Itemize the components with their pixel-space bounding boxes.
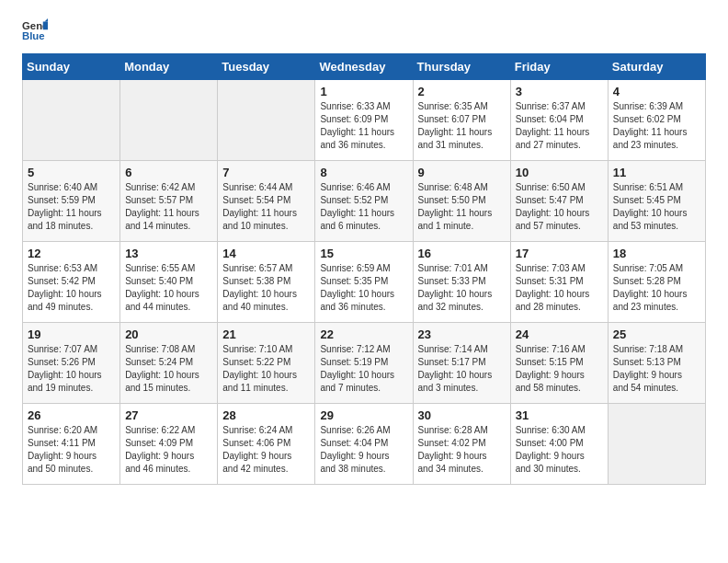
- calendar-cell: 3Sunrise: 6:37 AM Sunset: 6:04 PM Daylig…: [510, 80, 608, 161]
- day-number: 31: [516, 408, 603, 422]
- calendar-cell: 11Sunrise: 6:51 AM Sunset: 5:45 PM Dayli…: [608, 161, 705, 242]
- week-row-2: 5Sunrise: 6:40 AM Sunset: 5:59 PM Daylig…: [23, 161, 706, 242]
- calendar-cell: 12Sunrise: 6:53 AM Sunset: 5:42 PM Dayli…: [23, 242, 120, 323]
- calendar-cell: 21Sunrise: 7:10 AM Sunset: 5:22 PM Dayli…: [218, 323, 315, 404]
- week-row-5: 26Sunrise: 6:20 AM Sunset: 4:11 PM Dayli…: [23, 404, 706, 485]
- cell-content: Sunrise: 7:10 AM Sunset: 5:22 PM Dayligh…: [222, 343, 310, 395]
- cell-content: Sunrise: 7:07 AM Sunset: 5:26 PM Dayligh…: [28, 343, 115, 395]
- day-number: 12: [28, 247, 115, 260]
- calendar-cell: 4Sunrise: 6:39 AM Sunset: 6:02 PM Daylig…: [608, 80, 705, 161]
- calendar-cell: 29Sunrise: 6:26 AM Sunset: 4:04 PM Dayli…: [315, 404, 413, 485]
- cell-content: Sunrise: 6:26 AM Sunset: 4:04 PM Dayligh…: [320, 424, 407, 476]
- calendar-cell: 6Sunrise: 6:42 AM Sunset: 5:57 PM Daylig…: [120, 161, 218, 242]
- calendar-cell: 15Sunrise: 6:59 AM Sunset: 5:35 PM Dayli…: [315, 242, 413, 323]
- day-number: 18: [613, 247, 700, 260]
- calendar-cell: [218, 80, 315, 161]
- calendar-cell: 8Sunrise: 6:46 AM Sunset: 5:52 PM Daylig…: [315, 161, 413, 242]
- cell-content: Sunrise: 6:28 AM Sunset: 4:02 PM Dayligh…: [418, 424, 506, 476]
- day-number: 22: [320, 327, 407, 341]
- cell-content: Sunrise: 6:40 AM Sunset: 5:59 PM Dayligh…: [28, 181, 115, 233]
- day-number: 27: [125, 408, 212, 422]
- cell-content: Sunrise: 6:42 AM Sunset: 5:57 PM Dayligh…: [125, 181, 212, 233]
- day-number: 13: [125, 247, 212, 260]
- day-number: 10: [516, 166, 603, 179]
- week-row-4: 19Sunrise: 7:07 AM Sunset: 5:26 PM Dayli…: [23, 323, 706, 404]
- calendar-cell: 26Sunrise: 6:20 AM Sunset: 4:11 PM Dayli…: [23, 404, 120, 485]
- calendar-cell: 23Sunrise: 7:14 AM Sunset: 5:17 PM Dayli…: [413, 323, 510, 404]
- weekday-header-row: SundayMondayTuesdayWednesdayThursdayFrid…: [23, 54, 706, 80]
- cell-content: Sunrise: 7:05 AM Sunset: 5:28 PM Dayligh…: [613, 262, 700, 314]
- day-number: 25: [613, 327, 700, 341]
- day-number: 26: [28, 408, 115, 422]
- cell-content: Sunrise: 7:14 AM Sunset: 5:17 PM Dayligh…: [418, 343, 506, 395]
- logo: General Blue: [22, 18, 53, 44]
- cell-content: Sunrise: 6:39 AM Sunset: 6:02 PM Dayligh…: [613, 100, 700, 152]
- day-number: 23: [418, 327, 506, 341]
- logo-icon: General Blue: [22, 18, 48, 44]
- calendar-cell: 2Sunrise: 6:35 AM Sunset: 6:07 PM Daylig…: [413, 80, 510, 161]
- cell-content: Sunrise: 6:37 AM Sunset: 6:04 PM Dayligh…: [516, 100, 603, 152]
- day-number: 15: [320, 247, 407, 260]
- day-number: 4: [613, 85, 700, 98]
- calendar-cell: 18Sunrise: 7:05 AM Sunset: 5:28 PM Dayli…: [608, 242, 705, 323]
- cell-content: Sunrise: 7:12 AM Sunset: 5:19 PM Dayligh…: [320, 343, 407, 395]
- calendar-cell: 9Sunrise: 6:48 AM Sunset: 5:50 PM Daylig…: [413, 161, 510, 242]
- week-row-1: 1Sunrise: 6:33 AM Sunset: 6:09 PM Daylig…: [23, 80, 706, 161]
- cell-content: Sunrise: 7:03 AM Sunset: 5:31 PM Dayligh…: [516, 262, 603, 314]
- weekday-header-sunday: Sunday: [23, 54, 120, 80]
- cell-content: Sunrise: 6:55 AM Sunset: 5:40 PM Dayligh…: [125, 262, 212, 314]
- weekday-header-monday: Monday: [120, 54, 218, 80]
- weekday-header-friday: Friday: [510, 54, 608, 80]
- cell-content: Sunrise: 6:51 AM Sunset: 5:45 PM Dayligh…: [613, 181, 700, 233]
- day-number: 8: [320, 166, 407, 179]
- day-number: 6: [125, 166, 212, 179]
- week-row-3: 12Sunrise: 6:53 AM Sunset: 5:42 PM Dayli…: [23, 242, 706, 323]
- day-number: 20: [125, 327, 212, 341]
- calendar-cell: [23, 80, 120, 161]
- day-number: 19: [28, 327, 115, 341]
- cell-content: Sunrise: 6:30 AM Sunset: 4:00 PM Dayligh…: [516, 424, 603, 476]
- day-number: 29: [320, 408, 407, 422]
- cell-content: Sunrise: 6:57 AM Sunset: 5:38 PM Dayligh…: [222, 262, 310, 314]
- calendar-cell: 28Sunrise: 6:24 AM Sunset: 4:06 PM Dayli…: [218, 404, 315, 485]
- day-number: 3: [516, 85, 603, 98]
- day-number: 11: [613, 166, 700, 179]
- cell-content: Sunrise: 6:33 AM Sunset: 6:09 PM Dayligh…: [320, 100, 407, 152]
- weekday-header-thursday: Thursday: [413, 54, 510, 80]
- calendar-cell: 16Sunrise: 7:01 AM Sunset: 5:33 PM Dayli…: [413, 242, 510, 323]
- cell-content: Sunrise: 7:01 AM Sunset: 5:33 PM Dayligh…: [418, 262, 506, 314]
- cell-content: Sunrise: 6:20 AM Sunset: 4:11 PM Dayligh…: [28, 424, 115, 476]
- calendar-cell: 17Sunrise: 7:03 AM Sunset: 5:31 PM Dayli…: [510, 242, 608, 323]
- day-number: 7: [222, 166, 310, 179]
- calendar-cell: [608, 404, 705, 485]
- calendar-cell: 14Sunrise: 6:57 AM Sunset: 5:38 PM Dayli…: [218, 242, 315, 323]
- calendar-cell: 31Sunrise: 6:30 AM Sunset: 4:00 PM Dayli…: [510, 404, 608, 485]
- calendar-cell: 10Sunrise: 6:50 AM Sunset: 5:47 PM Dayli…: [510, 161, 608, 242]
- weekday-header-tuesday: Tuesday: [218, 54, 315, 80]
- day-number: 24: [516, 327, 603, 341]
- day-number: 5: [28, 166, 115, 179]
- weekday-header-saturday: Saturday: [608, 54, 705, 80]
- weekday-header-wednesday: Wednesday: [315, 54, 413, 80]
- calendar-cell: 19Sunrise: 7:07 AM Sunset: 5:26 PM Dayli…: [23, 323, 120, 404]
- calendar-cell: [120, 80, 218, 161]
- day-number: 14: [222, 247, 310, 260]
- day-number: 1: [320, 85, 407, 98]
- day-number: 16: [418, 247, 506, 260]
- day-number: 30: [418, 408, 506, 422]
- calendar-cell: 1Sunrise: 6:33 AM Sunset: 6:09 PM Daylig…: [315, 80, 413, 161]
- cell-content: Sunrise: 6:48 AM Sunset: 5:50 PM Dayligh…: [418, 181, 506, 233]
- day-number: 17: [516, 247, 603, 260]
- cell-content: Sunrise: 6:46 AM Sunset: 5:52 PM Dayligh…: [320, 181, 407, 233]
- calendar-cell: 25Sunrise: 7:18 AM Sunset: 5:13 PM Dayli…: [608, 323, 705, 404]
- cell-content: Sunrise: 6:44 AM Sunset: 5:54 PM Dayligh…: [222, 181, 310, 233]
- cell-content: Sunrise: 7:08 AM Sunset: 5:24 PM Dayligh…: [125, 343, 212, 395]
- cell-content: Sunrise: 6:24 AM Sunset: 4:06 PM Dayligh…: [222, 424, 310, 476]
- calendar-cell: 5Sunrise: 6:40 AM Sunset: 5:59 PM Daylig…: [23, 161, 120, 242]
- calendar-cell: 13Sunrise: 6:55 AM Sunset: 5:40 PM Dayli…: [120, 242, 218, 323]
- calendar-table: SundayMondayTuesdayWednesdayThursdayFrid…: [22, 53, 706, 485]
- calendar-cell: 20Sunrise: 7:08 AM Sunset: 5:24 PM Dayli…: [120, 323, 218, 404]
- cell-content: Sunrise: 6:53 AM Sunset: 5:42 PM Dayligh…: [28, 262, 115, 314]
- day-number: 2: [418, 85, 506, 98]
- calendar-cell: 30Sunrise: 6:28 AM Sunset: 4:02 PM Dayli…: [413, 404, 510, 485]
